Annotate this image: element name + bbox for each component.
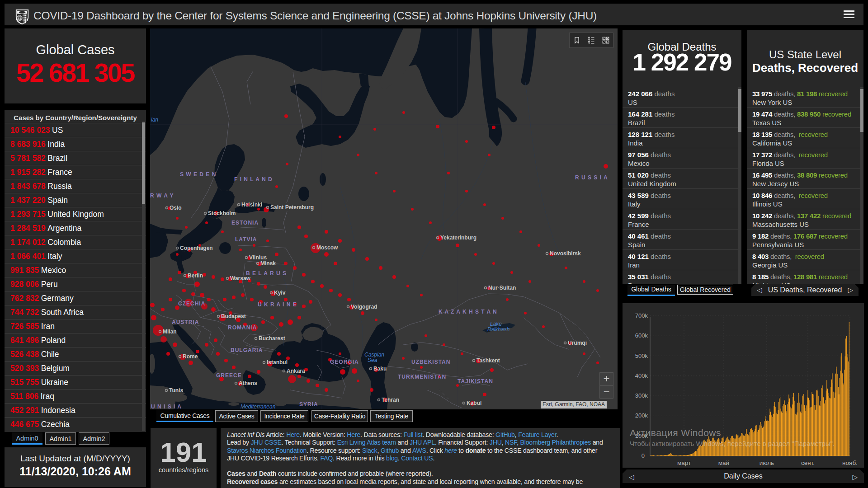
svg-text:Novosibirsk: Novosibirsk xyxy=(550,250,581,257)
svg-text:Stockholm: Stockholm xyxy=(208,210,236,216)
svg-text:Tehran: Tehran xyxy=(382,397,399,403)
svg-text:Saint Petersburg: Saint Petersburg xyxy=(270,204,314,211)
svg-text:R U S S I A: R U S S I A xyxy=(575,174,608,181)
svg-text:Kabul: Kabul xyxy=(467,400,481,406)
svg-text:Milan: Milan xyxy=(163,328,177,335)
svg-text:Helsinki: Helsinki xyxy=(241,202,262,208)
svg-text:700k: 700k xyxy=(635,312,648,319)
svg-text:400k: 400k xyxy=(635,372,648,379)
svg-text:300k: 300k xyxy=(635,392,648,399)
svg-text:Baku: Baku xyxy=(373,366,387,372)
svg-text:0: 0 xyxy=(642,452,645,459)
svg-text:B E L A R U S: B E L A R U S xyxy=(246,270,287,277)
svg-text:Ankara: Ankara xyxy=(287,368,305,374)
svg-text:UZBEKISTAN: UZBEKISTAN xyxy=(411,359,450,365)
svg-text:U N I S I A: U N I S I A xyxy=(151,404,182,409)
svg-text:ian: ian xyxy=(151,117,158,123)
svg-text:Minsk: Minsk xyxy=(260,260,276,267)
svg-text:GREECE: GREECE xyxy=(216,372,242,379)
svg-text:Volgograd: Volgograd xyxy=(351,304,377,310)
svg-text:Rome: Rome xyxy=(183,353,198,360)
svg-text:Oslo: Oslo xyxy=(170,205,182,211)
svg-text:AUSTRIA: AUSTRIA xyxy=(172,319,199,325)
svg-text:Copenhagen: Copenhagen xyxy=(180,245,213,251)
svg-text:Warsaw: Warsaw xyxy=(230,275,251,282)
svg-text:Yekaterinburg: Yekaterinburg xyxy=(440,235,476,241)
svg-text:500k: 500k xyxy=(635,352,648,359)
svg-text:SYRIA: SYRIA xyxy=(299,401,318,408)
svg-text:нояб.: нояб. xyxy=(842,460,858,466)
svg-text:Nur-Sultan: Nur-Sultan xyxy=(488,285,516,291)
svg-text:Balkhash: Balkhash xyxy=(487,326,510,333)
svg-text:U K R A I N E: U K R A I N E xyxy=(258,301,297,308)
svg-text:F I N L A N D: F I N L A N D xyxy=(234,176,273,183)
svg-text:LATVIA: LATVIA xyxy=(235,236,257,243)
svg-text:Moscow: Moscow xyxy=(316,244,338,251)
svg-text:TAJIKISTAN: TAJIKISTAN xyxy=(458,378,493,385)
svg-text:май: май xyxy=(718,460,729,466)
svg-text:TURKMENISTAN: TURKMENISTAN xyxy=(398,374,446,380)
svg-text:Kyiv: Kyiv xyxy=(274,290,286,296)
svg-text:CZECHIA: CZECHIA xyxy=(178,300,205,307)
svg-text:K A Z A K H S T A N: K A Z A K H S T A N xyxy=(439,309,497,315)
svg-text:R W A Y: R W A Y xyxy=(150,192,174,199)
svg-text:июль: июль xyxy=(760,460,774,466)
svg-text:GEORGIA: GEORGIA xyxy=(330,359,359,365)
svg-text:Vilnius: Vilnius xyxy=(249,254,267,261)
svg-text:Bucharest: Bucharest xyxy=(259,335,285,342)
svg-text:200k: 200k xyxy=(635,412,648,419)
svg-text:ESTONIA: ESTONIA xyxy=(231,220,259,226)
svg-text:Tashkent: Tashkent xyxy=(476,357,500,364)
svg-text:BULGARIA: BULGARIA xyxy=(231,347,263,353)
svg-text:600k: 600k xyxy=(635,332,648,339)
svg-text:Sea: Sea xyxy=(368,357,377,363)
svg-text:ROMANIA: ROMANIA xyxy=(228,324,257,331)
svg-text:Tunis: Tunis xyxy=(169,387,183,394)
svg-text:Athens: Athens xyxy=(239,380,257,386)
svg-text:март: март xyxy=(677,460,691,466)
svg-text:Berlin: Berlin xyxy=(188,272,203,279)
svg-text:Mediterranean: Mediterranean xyxy=(241,404,276,409)
svg-text:Urumqi: Urumqi xyxy=(568,340,587,346)
svg-text:S W E D E N: S W E D E N xyxy=(180,171,216,178)
svg-text:Istanbul: Istanbul xyxy=(267,359,288,366)
svg-text:Budapest: Budapest xyxy=(221,313,246,319)
svg-text:сент.: сент. xyxy=(801,460,815,466)
